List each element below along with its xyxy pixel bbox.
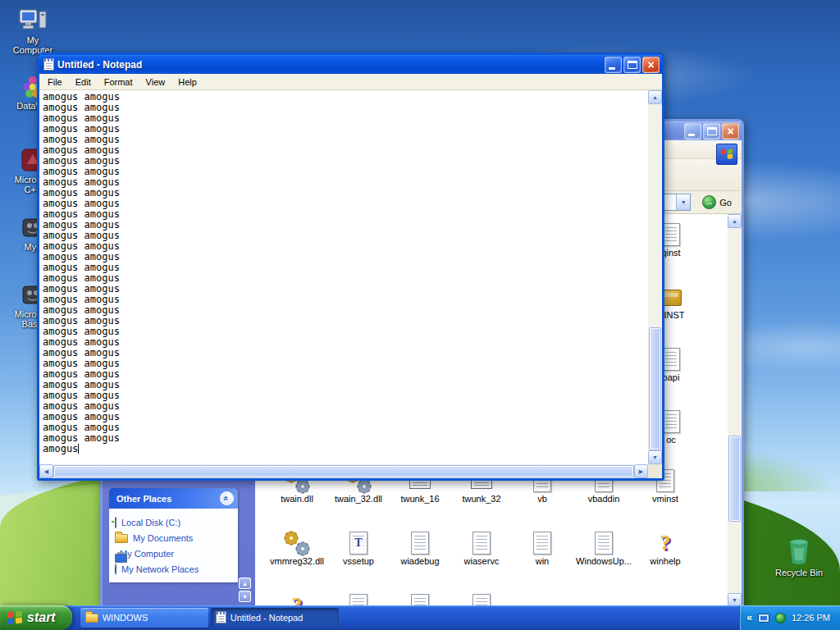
start-button[interactable]: start: [0, 605, 72, 630]
doc-icon: [574, 528, 633, 555]
menu-edit[interactable]: Edit: [69, 75, 98, 89]
file-label: twunk_32: [452, 494, 511, 504]
scroll-right-button[interactable]: ▶: [634, 464, 648, 478]
network-icon: [115, 564, 116, 574]
scroll-left-button[interactable]: ◀: [39, 464, 53, 478]
doc-icon: [329, 591, 388, 607]
file-label: WindowsUp...: [574, 556, 633, 566]
scrollbar-thumb[interactable]: [53, 465, 634, 477]
folder-docs-icon: [115, 532, 128, 545]
maximize-button[interactable]: [703, 123, 720, 139]
other-places-label: My Documents: [133, 533, 193, 543]
file-item-partial[interactable]: [390, 591, 450, 607]
taskbar: start WINDOWSUntitled - Notepad « 12:26 …: [0, 605, 840, 630]
text-line: amogus amogus: [43, 390, 648, 400]
file-item-winhelp[interactable]: ?winhelp: [636, 528, 695, 566]
minimize-button[interactable]: [605, 57, 622, 73]
tray-collapse-chevron-icon[interactable]: «: [746, 612, 752, 623]
file-item-wiaservc[interactable]: wiaservc: [452, 528, 511, 566]
notepad-titlebar[interactable]: Untitled - Notepad ×: [39, 55, 662, 74]
notepad-menubar: FileEditFormatViewHelp: [39, 74, 662, 90]
close-icon[interactable]: ×: [642, 57, 660, 73]
minimize-button[interactable]: [684, 123, 701, 139]
text-line: amogus amogus: [43, 315, 648, 326]
scroll-down-button[interactable]: ▼: [648, 450, 662, 464]
other-places-label: My Computer: [120, 549, 174, 559]
menu-view[interactable]: View: [139, 75, 172, 89]
file-item-vmmreg32-dll[interactable]: vmmreg32.dll: [267, 528, 326, 566]
file-label: wiadebug: [390, 556, 450, 566]
scroll-up-button[interactable]: ▲: [648, 90, 662, 104]
text-line: amogus amogus: [43, 198, 648, 208]
other-places-my-computer[interactable]: My Computer: [115, 546, 235, 561]
file-item-windowsup[interactable]: WindowsUp...: [574, 528, 633, 566]
text-line: amogus amogus: [43, 134, 648, 144]
other-places-my-network-places[interactable]: My Network Places: [115, 561, 235, 577]
scroll-up-button[interactable]: ▲: [728, 214, 742, 228]
file-item-partial[interactable]: [452, 591, 511, 607]
explorer-vertical-scrollbar[interactable]: ▲ ▼: [728, 214, 742, 607]
file-label: wiaservc: [452, 556, 511, 566]
folder-icon: [85, 611, 98, 624]
start-label: start: [27, 610, 56, 625]
other-places-panel: Other Places « Local Disk (C:)My Documen…: [109, 488, 238, 582]
desktop-icon-my-computer[interactable]: My Computer: [7, 5, 59, 55]
disk-icon: [115, 518, 116, 527]
vertical-scrollbar[interactable]: ▲ ▼: [648, 90, 662, 464]
system-tray: « 12:26 PM: [739, 605, 840, 630]
desktop-icon-label: Recycle Bin: [773, 568, 825, 578]
window-title: Untitled - Notepad: [57, 59, 601, 71]
taskbar-task-list: WINDOWSUntitled - Notepad: [80, 608, 339, 628]
text-line: amogus amogus: [43, 144, 648, 155]
scrollbar-thumb[interactable]: [728, 436, 741, 522]
help-icon: ?: [267, 591, 326, 607]
menu-file[interactable]: File: [41, 75, 69, 89]
computer-icon: [7, 5, 59, 33]
taskbar-task-windows[interactable]: WINDOWS: [80, 608, 208, 628]
task-label: WINDOWS: [103, 613, 148, 623]
file-item-vssetup[interactable]: Tvssetup: [329, 528, 388, 566]
scroll-up-icon[interactable]: ▲: [239, 578, 251, 589]
scrollbar-thumb[interactable]: [649, 327, 661, 450]
desktop-icon-recycle-bin[interactable]: Recycle Bin: [773, 537, 825, 578]
text-line: amogus amogus: [43, 176, 648, 187]
text-line: amogus amogus: [43, 411, 648, 422]
menu-format[interactable]: Format: [98, 75, 139, 89]
desktop[interactable]: My ComputerDataWaMicrosoft C++MypMicroso…: [0, 0, 840, 630]
file-label: twain_32.dll: [329, 494, 388, 504]
file-item-partial[interactable]: [329, 591, 388, 607]
other-places-list: Local Disk (C:)My DocumentsMy ComputerMy…: [109, 509, 238, 582]
maximize-button[interactable]: [623, 57, 641, 73]
notepad-text-area[interactable]: amogus amogusamogus amogusamogus amogusa…: [39, 90, 662, 478]
go-button[interactable]: → Go: [697, 194, 737, 212]
file-item-wiadebug[interactable]: wiadebug: [390, 528, 450, 566]
scrollbar-corner: [648, 464, 662, 478]
scroll-down-icon[interactable]: ▼: [239, 591, 251, 602]
file-item-win[interactable]: win: [513, 528, 572, 566]
file-item-partial[interactable]: ?: [267, 591, 326, 607]
windows-logo-icon: [716, 144, 737, 165]
file-label: vbaddin: [574, 494, 633, 504]
close-icon[interactable]: ×: [722, 123, 739, 139]
task-label: Untitled - Notepad: [231, 613, 304, 623]
display-tray-icon[interactable]: [758, 614, 769, 623]
other-places-header[interactable]: Other Places «: [109, 488, 238, 509]
file-label: vmmreg32.dll: [267, 556, 326, 566]
collapse-chevron-icon[interactable]: «: [220, 491, 234, 505]
other-places-label: My Network Places: [121, 564, 199, 574]
dll-icon: [267, 528, 326, 555]
address-dropdown-icon[interactable]: ▼: [676, 194, 690, 210]
notepad-text[interactable]: amogus amogusamogus amogusamogus amogusa…: [39, 90, 648, 464]
doc-icon: [513, 528, 572, 555]
other-places-my-documents[interactable]: My Documents: [115, 530, 235, 546]
shield-tray-icon[interactable]: [775, 613, 786, 623]
task-pane-scroll: ▲ ▼: [239, 578, 251, 602]
text-line: amogus amogus: [43, 283, 648, 294]
text-line: amogus amogus: [43, 368, 648, 379]
other-places-local-disk-c[interactable]: Local Disk (C:): [115, 514, 235, 530]
file-label: vminst: [636, 494, 695, 504]
menu-help[interactable]: Help: [171, 75, 203, 89]
taskbar-task-untitled-notepad[interactable]: Untitled - Notepad: [211, 608, 339, 628]
text-line: amogus amogus: [43, 102, 648, 112]
horizontal-scrollbar[interactable]: ◀ ▶: [39, 464, 648, 478]
